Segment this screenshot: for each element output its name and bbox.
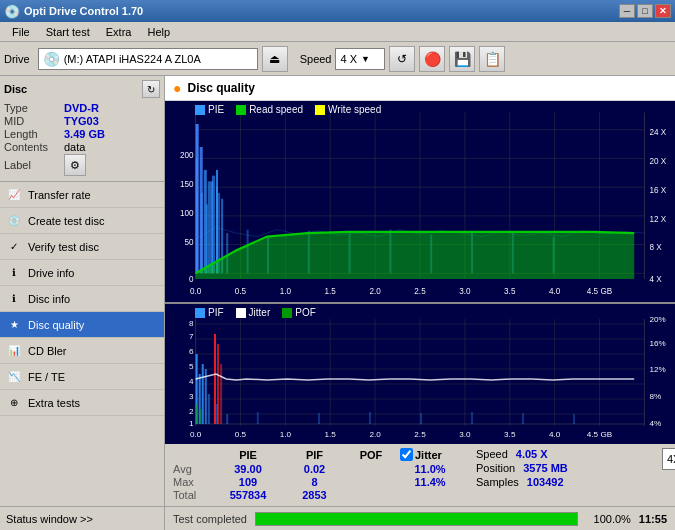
position-value: 3575 MB bbox=[523, 462, 568, 474]
menu-bar: File Start test Extra Help bbox=[0, 22, 675, 42]
disc-info-label: Disc info bbox=[28, 293, 70, 305]
main-layout: Disc ↻ Type DVD-R MID TYG03 Length 3.49 … bbox=[0, 76, 675, 506]
toolbar: Drive 💿 (M:) ATAPI iHAS224 A ZL0A ⏏ Spee… bbox=[0, 42, 675, 76]
sidebar-item-cd-bler[interactable]: 📊 CD Bler bbox=[0, 338, 164, 364]
svg-text:20 X: 20 X bbox=[650, 156, 667, 167]
length-value: 3.49 GB bbox=[64, 128, 105, 140]
stats-table: PIE PIF POF Jitter Avg 39.00 0.02 11.0% bbox=[173, 448, 460, 502]
transfer-rate-icon: 📈 bbox=[6, 187, 22, 203]
svg-text:2.5: 2.5 bbox=[414, 286, 425, 297]
svg-text:1.0: 1.0 bbox=[280, 430, 292, 439]
svg-text:8%: 8% bbox=[650, 392, 662, 401]
read-speed-legend: Read speed bbox=[236, 104, 303, 115]
pof-legend: POF bbox=[282, 307, 316, 318]
sidebar-item-disc-quality[interactable]: ★ Disc quality bbox=[0, 312, 164, 338]
svg-text:4: 4 bbox=[189, 377, 194, 386]
sidebar-item-fe-te[interactable]: 📉 FE / TE bbox=[0, 364, 164, 390]
speed-label-stat: Speed bbox=[476, 448, 508, 460]
svg-text:4%: 4% bbox=[650, 419, 662, 428]
burn-button[interactable]: 💾 bbox=[449, 46, 475, 72]
svg-text:4.0: 4.0 bbox=[549, 286, 560, 297]
svg-rect-97 bbox=[471, 412, 473, 424]
window-controls: ─ □ ✕ bbox=[619, 4, 671, 18]
sidebar: Disc ↻ Type DVD-R MID TYG03 Length 3.49 … bbox=[0, 76, 165, 506]
fe-te-label: FE / TE bbox=[28, 371, 65, 383]
status-window-label: Status window >> bbox=[6, 513, 93, 525]
svg-text:24 X: 24 X bbox=[650, 127, 667, 138]
contents-value: data bbox=[64, 141, 85, 153]
maximize-button[interactable]: □ bbox=[637, 4, 653, 18]
test-completed-text: Test completed bbox=[173, 513, 247, 525]
disc-quality-icon: ★ bbox=[6, 317, 22, 333]
jitter-checkbox[interactable] bbox=[400, 448, 413, 461]
col-jitter-header: Jitter bbox=[415, 449, 442, 461]
svg-rect-100 bbox=[196, 404, 198, 424]
refresh-button[interactable]: ↺ bbox=[389, 46, 415, 72]
menu-extra[interactable]: Extra bbox=[98, 24, 140, 40]
total-pie: 557834 bbox=[213, 489, 283, 501]
write-speed-legend: Write speed bbox=[315, 104, 381, 115]
col-pof-header: POF bbox=[346, 449, 396, 461]
svg-text:1.5: 1.5 bbox=[325, 286, 336, 297]
pif-color bbox=[195, 308, 205, 318]
drive-select[interactable]: 💿 (M:) ATAPI iHAS224 A ZL0A bbox=[38, 48, 258, 70]
extra-tests-icon: ⊕ bbox=[6, 395, 22, 411]
title-bar: 💿 Opti Drive Control 1.70 ─ □ ✕ bbox=[0, 0, 675, 22]
svg-text:1.0: 1.0 bbox=[280, 286, 291, 297]
svg-rect-94 bbox=[318, 413, 320, 424]
menu-file[interactable]: File bbox=[4, 24, 38, 40]
svg-text:0.0: 0.0 bbox=[190, 430, 202, 439]
max-pie: 109 bbox=[213, 476, 283, 488]
speed-value: 4 X bbox=[340, 53, 357, 65]
svg-rect-89 bbox=[214, 334, 216, 424]
save-button[interactable]: 📋 bbox=[479, 46, 505, 72]
menu-help[interactable]: Help bbox=[139, 24, 178, 40]
sidebar-item-drive-info[interactable]: ℹ Drive info bbox=[0, 260, 164, 286]
contents-label: Contents bbox=[4, 141, 64, 153]
col-pif-header: PIF bbox=[287, 449, 342, 461]
svg-rect-26 bbox=[204, 170, 207, 273]
max-label: Max bbox=[173, 476, 209, 488]
svg-text:50: 50 bbox=[184, 236, 193, 247]
speed-select[interactable]: 4 X ▼ bbox=[335, 48, 385, 70]
burn-speed-select[interactable]: 4X ▼ bbox=[662, 448, 675, 470]
label-settings-button[interactable]: ⚙ bbox=[64, 154, 86, 176]
sidebar-item-verify-test-disc[interactable]: ✓ Verify test disc bbox=[0, 234, 164, 260]
svg-rect-98 bbox=[522, 413, 524, 424]
pof-color bbox=[282, 308, 292, 318]
sidebar-item-extra-tests[interactable]: ⊕ Extra tests bbox=[0, 390, 164, 416]
svg-rect-96 bbox=[420, 413, 422, 424]
close-button[interactable]: ✕ bbox=[655, 4, 671, 18]
svg-rect-24 bbox=[196, 124, 199, 273]
bottom-chart-svg: 1 2 3 4 5 6 7 8 4% 8% 12% 16% 20% 0 bbox=[165, 304, 675, 444]
sidebar-item-create-test-disc[interactable]: 💿 Create test disc bbox=[0, 208, 164, 234]
svg-text:0.0: 0.0 bbox=[190, 286, 201, 297]
progress-bar bbox=[255, 512, 578, 526]
svg-rect-91 bbox=[220, 364, 222, 424]
svg-rect-28 bbox=[212, 176, 215, 274]
svg-text:100: 100 bbox=[180, 207, 194, 218]
drive-info-icon: ℹ bbox=[6, 265, 22, 281]
disc-refresh-button[interactable]: ↻ bbox=[142, 80, 160, 98]
svg-text:0.5: 0.5 bbox=[235, 286, 246, 297]
status-window-button[interactable]: Status window >> bbox=[0, 507, 165, 530]
mid-value: TYG03 bbox=[64, 115, 99, 127]
jitter-color bbox=[236, 308, 246, 318]
disc-panel: Disc ↻ Type DVD-R MID TYG03 Length 3.49 … bbox=[0, 76, 164, 182]
total-label: Total bbox=[173, 489, 209, 501]
eject-button[interactable]: ⏏ bbox=[262, 46, 288, 72]
minimize-button[interactable]: ─ bbox=[619, 4, 635, 18]
sidebar-item-disc-info[interactable]: ℹ Disc info bbox=[0, 286, 164, 312]
type-label: Type bbox=[4, 102, 64, 114]
samples-value: 103492 bbox=[527, 476, 564, 488]
svg-text:12%: 12% bbox=[650, 365, 666, 374]
svg-text:6: 6 bbox=[189, 347, 194, 356]
drive-value: (M:) ATAPI iHAS224 A ZL0A bbox=[64, 53, 201, 65]
pif-legend: PIF bbox=[195, 307, 224, 318]
menu-start-test[interactable]: Start test bbox=[38, 24, 98, 40]
erase-button[interactable]: 🔴 bbox=[419, 46, 445, 72]
svg-rect-90 bbox=[217, 344, 219, 424]
svg-text:2: 2 bbox=[189, 407, 194, 416]
samples-label: Samples bbox=[476, 476, 519, 488]
sidebar-item-transfer-rate[interactable]: 📈 Transfer rate bbox=[0, 182, 164, 208]
